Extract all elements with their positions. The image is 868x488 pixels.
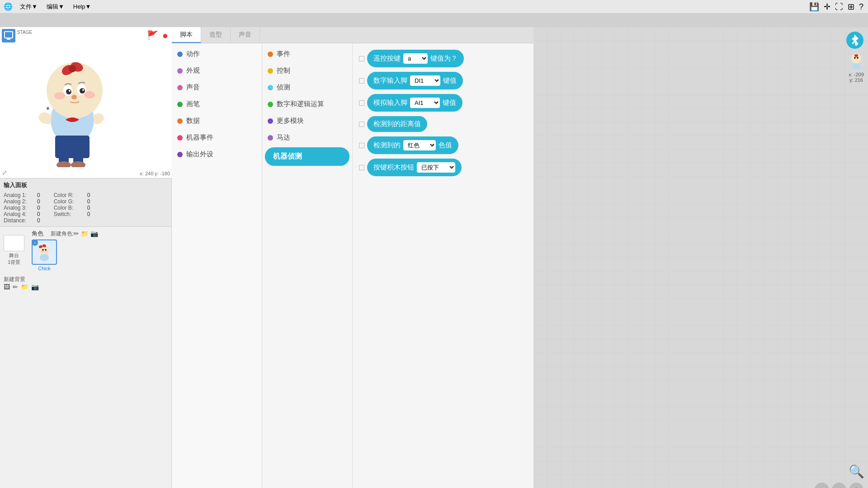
cat-pen-dot [177, 102, 183, 107]
categories-left: 动作 外观 声音 画笔 数据 [172, 43, 262, 488]
svg-point-32 [854, 57, 856, 59]
analog-input-block[interactable]: 模拟输入脚 AI1AI2AI3AI4 键值 [367, 94, 462, 112]
remote-key-block[interactable]: 遥控按键 abcd 键值为？ [367, 50, 464, 67]
remote-key-suffix: 键值为？ [430, 54, 458, 63]
help-icon[interactable]: ? [859, 2, 863, 12]
svg-text:✦: ✦ [45, 105, 51, 112]
cat-detect[interactable]: 侦测 [262, 80, 352, 95]
cat-machine-event-label: 机器事件 [186, 133, 213, 142]
zoom-eq-icon: ≡ [837, 485, 842, 488]
cat-machine-event[interactable]: 机器事件 [172, 130, 262, 145]
character-sprite: ✦ [23, 45, 122, 167]
cat-appearance[interactable]: 外观 [172, 63, 262, 79]
stage-label: 舞台 [9, 252, 19, 259]
menu-edit[interactable]: 编辑▼ [45, 2, 66, 12]
cat-output-label: 输出外设 [186, 150, 213, 159]
detect-distance-block[interactable]: 检测到的距离值 [367, 116, 427, 132]
resize-icon[interactable]: ⊞ [848, 2, 854, 12]
cat-detect-dot [268, 85, 273, 90]
workspace-background[interactable] [533, 27, 868, 488]
tab-script[interactable]: 脚本 [172, 27, 201, 43]
cat-data[interactable]: 数据 [172, 113, 262, 129]
block-connector-4 [359, 122, 364, 127]
new-backdrop-section: 新建背景 🖼 ✏ 📁 📷 [4, 275, 168, 291]
digital-input-label: 数字输入脚 [373, 76, 407, 85]
sprite-item-chick[interactable]: i [32, 239, 57, 271]
analog-input-select[interactable]: AI1AI2AI3AI4 [410, 98, 440, 108]
backdrop-camera-icon[interactable]: 📷 [31, 283, 39, 291]
fullscreen-icon[interactable]: ⛶ [835, 2, 843, 12]
cat-sound[interactable]: 声音 [172, 80, 262, 95]
cat-detect-label: 侦测 [277, 83, 290, 92]
cat-motor-label: 马达 [277, 133, 290, 142]
cat-machine-detect[interactable]: 机器侦测 [265, 147, 349, 166]
colorr-label: Color R: [54, 192, 85, 198]
green-flag-button[interactable]: 🚩 [147, 30, 158, 41]
detect-color-block[interactable]: 检测到的 红色绿色蓝色黄色 色值 [367, 136, 458, 154]
backdrop-paint-icon[interactable]: 🖼 [4, 283, 10, 291]
backdrop-edit-icon[interactable]: ✏ [13, 283, 18, 291]
new-sprite-camera-icon[interactable]: 📷 [90, 230, 98, 237]
sprites-title: 角色 [32, 230, 43, 238]
cat-action[interactable]: 动作 [172, 46, 262, 62]
analog1-label: Analog 1: [4, 192, 35, 198]
tab-sound[interactable]: 声音 [231, 27, 260, 43]
cat-motor[interactable]: 马达 [262, 130, 352, 145]
colorr-value: 0 [87, 192, 90, 198]
cat-control-label: 控制 [277, 66, 290, 75]
tab-costume[interactable]: 造型 [201, 27, 231, 43]
menubar: 🌐 文件▼ 编辑▼ Help▼ 💾 ✛ ⛶ ⊞ ? [0, 0, 868, 14]
button-pressed-block[interactable]: 按键积木按钮 已按下未按下 [367, 159, 462, 176]
svg-point-33 [857, 57, 859, 59]
save-icon[interactable]: 💾 [809, 2, 819, 12]
digital-input-block[interactable]: 数字输入脚 DI1DI2DI3DI4 键值 [367, 72, 463, 89]
bluetooth-icon[interactable] [846, 32, 863, 49]
analog-input-label: 模拟输入脚 [373, 99, 407, 107]
tabs-bar: 脚本 造型 声音 [172, 27, 533, 43]
svg-rect-1 [7, 38, 10, 40]
svg-point-12 [82, 89, 84, 91]
cat-pen[interactable]: 画笔 [172, 96, 262, 112]
zoom-sad-icon[interactable]: 🔍 [849, 464, 864, 479]
new-sprite-paint-icon[interactable]: ✏ [74, 230, 79, 237]
expand-icon[interactable]: ⤢ [2, 169, 7, 176]
analog4-label: Analog 4: [4, 211, 35, 217]
sprite-name-chick: Chick [38, 266, 51, 271]
stage-info: 舞台 1背景 [4, 235, 24, 266]
remote-key-select[interactable]: abcd [403, 53, 428, 64]
backdrop-folder-icon[interactable]: 📁 [21, 283, 28, 291]
menu-help[interactable]: Help▼ [71, 2, 93, 11]
block-connector-3 [359, 100, 364, 106]
cat-action-dot [177, 52, 183, 57]
cat-event[interactable]: 事件 [262, 46, 352, 62]
cat-output[interactable]: 输出外设 [172, 146, 262, 162]
detect-color-select[interactable]: 红色绿色蓝色黄色 [403, 140, 436, 150]
analog4-value: 0 [37, 211, 40, 217]
cat-number-logic-dot [268, 102, 273, 107]
zoom-in-icon: + [854, 485, 859, 488]
zoom-out-button[interactable]: − [815, 483, 829, 488]
cat-appearance-dot [177, 68, 183, 74]
analog2-value: 0 [37, 198, 40, 205]
menu-file[interactable]: 文件▼ [18, 2, 39, 12]
cat-number-logic[interactable]: 数字和逻辑运算 [262, 96, 352, 112]
toolbar: 💾 ✛ ⛶ ⊞ ? [809, 2, 863, 12]
zoom-in-button[interactable]: + [849, 483, 863, 488]
button-pressed-select[interactable]: 已按下未按下 [417, 162, 455, 173]
svg-point-27 [45, 250, 47, 252]
zoom-reset-button[interactable]: ≡ [832, 483, 846, 488]
cat-event-label: 事件 [277, 50, 290, 58]
distance-label: Distance: [4, 217, 35, 224]
cat-control-dot [268, 68, 273, 74]
cat-control[interactable]: 控制 [262, 63, 352, 79]
cat-more-label: 更多模块 [277, 117, 304, 125]
add-sprite-icon[interactable]: ✛ [824, 2, 830, 12]
analog-input-row: 模拟输入脚 AI1AI2AI3AI4 键值 [359, 94, 527, 112]
stage-thumbnail[interactable] [4, 235, 24, 251]
sprites-panel: 舞台 1背景 角色 新建角色: ✏ 📁 📷 [0, 227, 171, 488]
digital-input-select[interactable]: DI1DI2DI3DI4 [410, 75, 440, 86]
cat-more[interactable]: 更多模块 [262, 113, 352, 129]
new-sprite-folder-icon[interactable]: 📁 [81, 230, 89, 237]
blocks-area: 遥控按键 abcd 键值为？ 数字输入脚 [353, 43, 533, 488]
stop-button[interactable]: ● [162, 30, 168, 42]
